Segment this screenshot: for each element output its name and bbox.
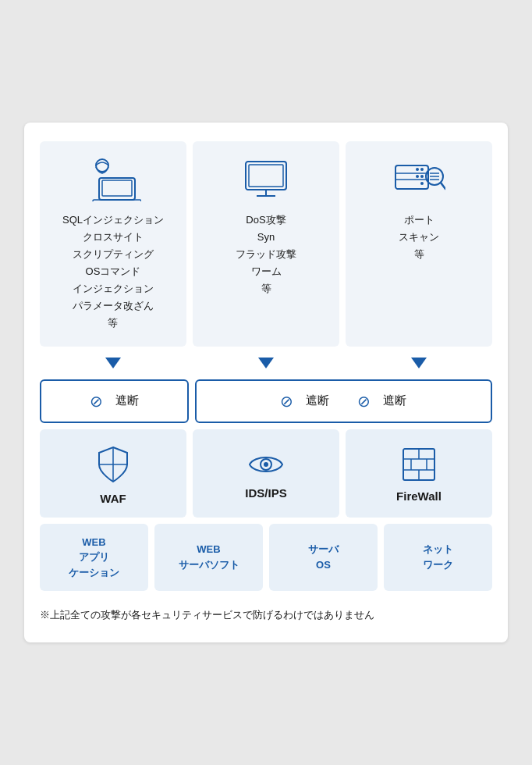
attack-text-web: SQLインジェクションクロスサイトスクリプティングOSコマンドインジェクションパ… [62,212,164,333]
shield-icon [96,445,130,484]
svg-point-11 [420,168,424,171]
arrow-2 [193,353,339,373]
block-icon-3: ⊘ [357,392,371,411]
target-row: WEBアプリケーション WEBサーバソフト サーバOS ネットワーク [40,524,492,592]
service-cell-waf: WAF [40,429,186,518]
arrow-row [40,353,492,373]
target-label-os: サーバOS [308,542,339,572]
svg-rect-4 [246,162,286,190]
svg-point-14 [416,175,419,178]
arrow-down-icon-2 [258,358,274,368]
arrow-down-icon-3 [411,358,427,368]
service-row: WAF IDS/IPS [40,429,492,518]
block-label-1: 遮断 [115,393,139,408]
svg-rect-5 [249,165,283,187]
target-cell-os: サーバOS [269,524,378,592]
block-icon-1: ⊘ [90,392,103,411]
footer-note: ※上記全ての攻撃が各セキュリティサービスで防げるわけではありません [40,607,492,624]
service-name-ids: IDS/IPS [245,486,286,500]
main-card: SQLインジェクションクロスサイトスクリプティングOSコマンドインジェクションパ… [24,123,508,642]
block-cell-left: ⊘ 遮断 [40,379,189,423]
block-label-2: 遮断 [306,393,329,408]
target-cell-webserver: WEBサーバソフト [154,524,263,592]
svg-rect-1 [102,180,132,196]
arrow-3 [346,353,492,373]
svg-line-17 [441,183,445,189]
svg-point-15 [420,182,424,185]
target-label-network: ネットワーク [423,542,453,572]
attack-grid: SQLインジェクションクロスサイトスクリプティングOSコマンドインジェクションパ… [40,141,492,347]
block-cell-right: ⊘ 遮断 ⊘ 遮断 [195,379,492,423]
firewall-icon [402,447,436,482]
svg-point-12 [416,168,419,171]
attack-text-portscan: ポートスキャン等 [399,212,439,263]
attack-cell-portscan: ポートスキャン等 [346,141,492,347]
monitor-icon [243,155,289,202]
attack-text-dos: DoS攻撃Synフラッド攻撃ワーム等 [236,212,296,297]
service-name-firewall: FireWall [396,489,442,503]
service-cell-firewall: FireWall [346,429,492,518]
target-cell-webapp: WEBアプリケーション [40,524,148,592]
attack-cell-dos: DoS攻撃Synフラッド攻撃ワーム等 [193,141,339,347]
svg-point-13 [420,175,424,178]
target-cell-network: ネットワーク [384,524,492,592]
service-name-waf: WAF [100,492,126,505]
block-label-3: 遮断 [383,393,406,408]
eye-icon [246,450,286,479]
scan-icon [392,155,445,202]
block-icon-2: ⊘ [280,392,293,411]
arrow-1 [40,353,186,373]
target-label-webserver: WEBサーバソフト [179,542,239,572]
hacker-icon [85,155,141,202]
svg-point-24 [264,462,268,467]
arrow-down-icon-1 [105,358,121,368]
block-row: ⊘ 遮断 ⊘ 遮断 ⊘ 遮断 [40,379,492,423]
target-label-webapp: WEBアプリケーション [69,535,119,581]
attack-cell-web: SQLインジェクションクロスサイトスクリプティングOSコマンドインジェクションパ… [40,141,186,347]
svg-rect-0 [99,178,135,200]
service-cell-ids: IDS/IPS [193,429,339,518]
